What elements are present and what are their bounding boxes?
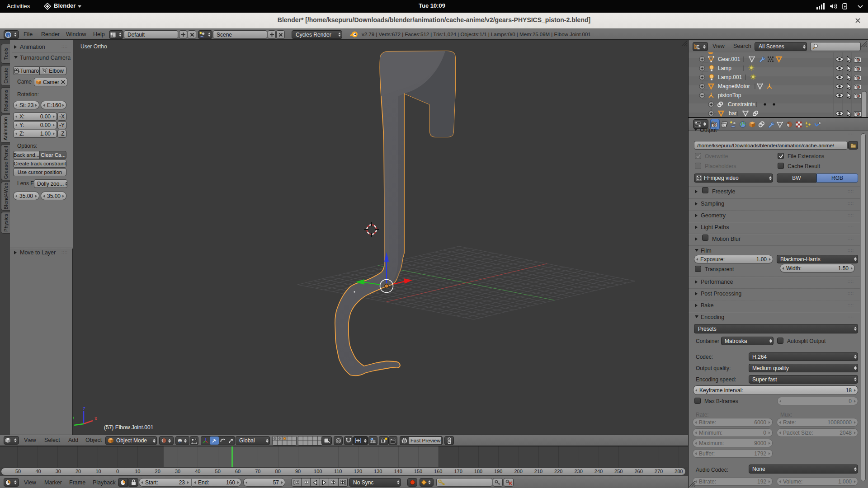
svg-text:Gear.001: Gear.001 <box>718 56 741 62</box>
svg-text:z: z <box>83 405 85 412</box>
svg-text:x: x <box>94 415 97 422</box>
svg-text:Lamp.001: Lamp.001 <box>718 74 742 80</box>
svg-text:bar: bar <box>729 110 736 117</box>
svg-text:MagnetMotor: MagnetMotor <box>718 83 750 89</box>
svg-text:pistonTop: pistonTop <box>718 92 741 99</box>
svg-text:Constraints: Constraints <box>728 101 755 108</box>
svg-text:y: y <box>73 415 74 421</box>
svg-text:Lamp: Lamp <box>718 65 731 71</box>
